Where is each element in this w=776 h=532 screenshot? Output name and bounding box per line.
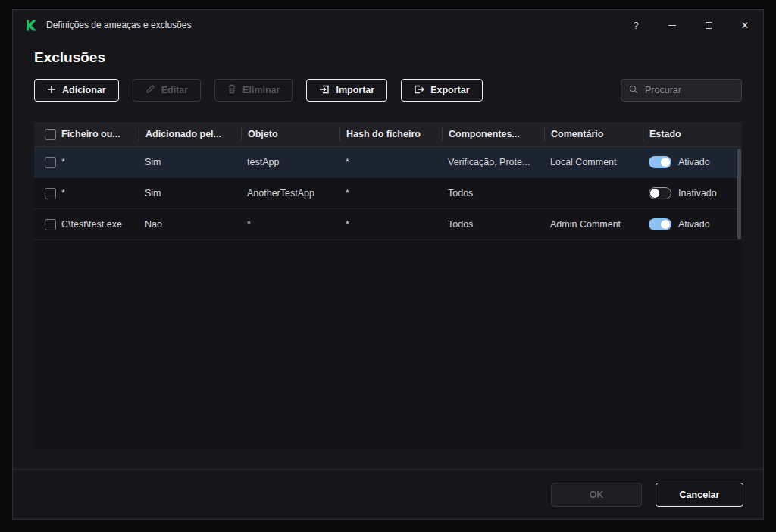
cell-components: Verificação, Prote... [442,157,544,167]
add-button[interactable]: Adicionar [34,79,119,102]
cell-state: Inativado [643,187,742,199]
import-icon [319,84,330,97]
app-window: Definições de ameaças e exclusões ? ✕ Ex… [12,9,764,520]
cell-added-by: Sim [139,157,241,167]
table-row[interactable]: C\test\test.exe Não * * Todos Admin Comm… [34,209,742,240]
column-header-object[interactable]: Objeto [241,128,340,141]
row-checkbox-cell [34,219,61,230]
cell-components: Todos [442,188,544,199]
column-header-components[interactable]: Componentes... [442,128,544,141]
toolbar: Adicionar Editar Eliminar Importar Expor… [34,79,742,102]
add-button-label: Adicionar [62,85,106,95]
trash-icon [227,84,236,96]
cell-object: * [241,219,340,230]
state-label: Inativado [678,188,717,199]
cell-comment: Admin Comment [544,219,643,230]
kaspersky-logo-icon [25,18,39,32]
column-header-hash[interactable]: Hash do ficheiro [340,128,442,141]
cell-hash: * [340,188,442,199]
search-input[interactable] [643,84,734,96]
column-header-comment[interactable]: Comentário [544,128,643,141]
minimize-button[interactable] [654,10,690,40]
row-checkbox[interactable] [45,219,56,230]
state-toggle[interactable] [649,156,671,168]
select-all-cell [34,129,61,140]
edit-button-label: Editar [161,85,188,95]
cell-added-by: Sim [139,188,241,199]
close-button[interactable]: ✕ [727,10,763,40]
table-row[interactable]: * Sim AnotherTestApp * Todos Inativado [34,178,742,209]
state-label: Ativado [678,157,710,167]
cell-file: * [61,157,139,167]
maximize-icon [706,22,712,29]
search-box[interactable] [621,79,742,102]
row-checkbox-cell [34,157,61,168]
title-bar: Definições de ameaças e exclusões ? ✕ [13,10,763,40]
scrollbar-thumb[interactable] [737,149,741,239]
export-button-label: Exportar [430,85,469,95]
toggle-knob [661,220,670,229]
close-icon: ✕ [741,20,749,31]
toggle-knob [661,158,670,167]
minimize-icon [668,25,676,26]
cell-added-by: Não [139,219,241,230]
window-controls: ? ✕ [618,10,763,40]
ok-button[interactable]: OK [551,483,642,507]
column-header-file[interactable]: Ficheiro ou... [61,128,139,141]
cell-object: testApp [241,157,340,167]
row-checkbox[interactable] [45,188,56,199]
maximize-button[interactable] [690,10,727,40]
cell-hash: * [340,157,442,167]
edit-button[interactable]: Editar [133,79,201,102]
row-checkbox[interactable] [45,157,56,168]
table-header: Ficheiro ou... Adicionado pel... Objeto … [34,122,742,147]
cell-file: C\test\test.exe [61,219,139,230]
pencil-icon [146,84,155,96]
toggle-knob [650,189,659,198]
state-toggle[interactable] [649,187,671,199]
search-icon [629,83,638,97]
import-button[interactable]: Importar [306,79,387,102]
cell-comment: Local Comment [544,157,643,167]
export-icon [414,84,424,97]
cell-state: Ativado [643,218,742,230]
column-header-state[interactable]: Estado [643,128,742,141]
export-button[interactable]: Exportar [401,79,482,102]
row-checkbox-cell [34,188,61,199]
footer: OK Cancelar [13,469,763,519]
plus-icon [47,85,56,96]
cell-object: AnotherTestApp [241,188,340,199]
cell-file: * [61,188,139,199]
state-toggle[interactable] [649,218,671,230]
delete-button[interactable]: Eliminar [214,79,293,102]
cancel-button[interactable]: Cancelar [656,483,743,507]
page-title: Exclusões [34,49,742,66]
help-button[interactable]: ? [618,10,654,40]
window-title: Definições de ameaças e exclusões [46,20,191,30]
select-all-checkbox[interactable] [45,129,56,140]
cell-state: Ativado [643,156,742,168]
cell-components: Todos [442,219,544,230]
import-button-label: Importar [336,85,374,95]
vertical-scrollbar[interactable] [737,149,741,446]
cell-hash: * [340,219,442,230]
state-label: Ativado [678,219,710,230]
exclusions-table: Ficheiro ou... Adicionado pel... Objeto … [34,122,742,449]
delete-button-label: Eliminar [242,85,280,95]
table-row[interactable]: * Sim testApp * Verificação, Prote... Lo… [34,147,742,178]
column-header-added-by[interactable]: Adicionado pel... [139,128,241,141]
